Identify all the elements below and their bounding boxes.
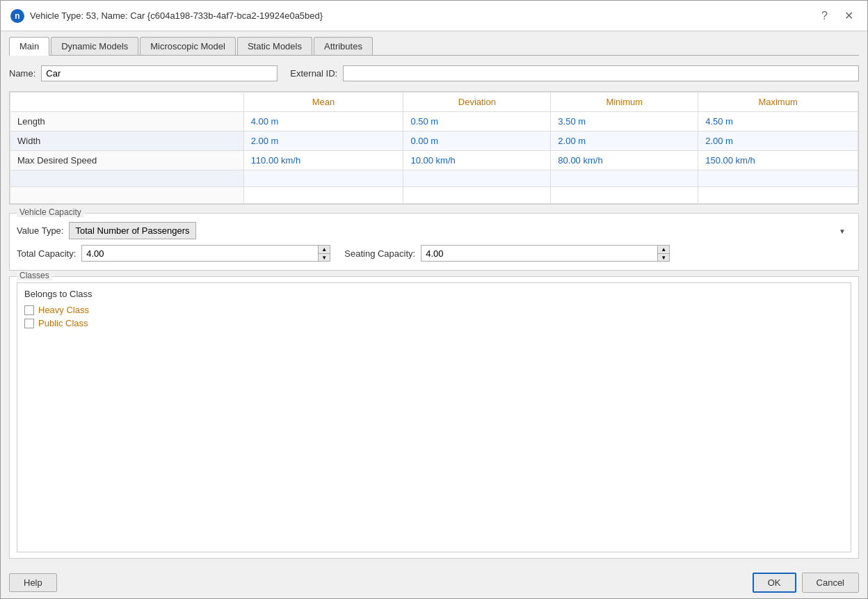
external-id-label: External ID: [290, 68, 337, 79]
table-row: Width 2.00 m 0.00 m 2.00 m 2.00 m [10, 131, 858, 151]
classes-legend: Classes [17, 271, 52, 280]
seating-capacity-down[interactable]: ▼ [658, 253, 669, 261]
total-capacity-stepper: ▲ ▼ [318, 245, 330, 262]
table-row: Length 4.00 m 0.50 m 3.50 m 4.50 m [10, 112, 858, 131]
heavy-class-label[interactable]: Heavy Class [38, 305, 89, 315]
seating-capacity-spinner: ▲ ▼ [421, 245, 670, 262]
app-icon: n [10, 9, 24, 23]
dialog-content: Main Dynamic Models Microscopic Model St… [1, 31, 867, 567]
row-maximum-speed[interactable]: 150.00 km/h [698, 151, 858, 170]
classes-section: Classes Belongs to Class Heavy Class Pub… [9, 276, 859, 559]
capacity-values-row: Total Capacity: ▲ ▼ Seating Capacity: ▲ … [17, 242, 851, 264]
name-input[interactable] [41, 65, 278, 81]
table-row-empty [10, 170, 858, 187]
name-label: Name: [9, 68, 35, 79]
col-header-maximum: Maximum [698, 93, 858, 112]
public-class-label[interactable]: Public Class [38, 318, 88, 328]
title-controls: ? ✕ [817, 8, 858, 24]
col-header-minimum: Minimum [551, 93, 698, 112]
external-id-input[interactable] [343, 65, 859, 81]
class-item-public: Public Class [24, 317, 844, 330]
row-maximum-width[interactable]: 2.00 m [698, 131, 858, 151]
help-icon-button[interactable]: ? [817, 8, 832, 24]
row-minimum-length[interactable]: 3.50 m [551, 112, 698, 131]
dialog: n Vehicle Type: 53, Name: Car {c604a198-… [0, 0, 868, 599]
vehicle-capacity-section: Vehicle Capacity Value Type: Total Numbe… [9, 213, 859, 271]
dialog-title: Vehicle Type: 53, Name: Car {c604a198-73… [30, 10, 323, 21]
seating-capacity-input[interactable] [421, 245, 657, 262]
row-mean-width[interactable]: 2.00 m [243, 131, 403, 151]
tab-dynamic-models[interactable]: Dynamic Models [51, 37, 138, 55]
value-type-label: Value Type: [17, 225, 63, 236]
row-maximum-length[interactable]: 4.50 m [698, 112, 858, 131]
heavy-class-checkbox[interactable] [24, 305, 34, 315]
name-row: Name: External ID: [9, 61, 859, 86]
row-deviation-length[interactable]: 0.50 m [403, 112, 551, 131]
col-header-empty [10, 93, 244, 112]
ok-button[interactable]: OK [753, 573, 796, 593]
properties-table: Mean Deviation Minimum Maximum Length 4.… [10, 92, 858, 204]
seating-capacity-up[interactable]: ▲ [658, 246, 669, 253]
seating-capacity-stepper: ▲ ▼ [657, 245, 670, 262]
row-label-speed: Max Desired Speed [10, 151, 244, 170]
row-minimum-width[interactable]: 2.00 m [551, 131, 698, 151]
total-capacity-label: Total Capacity: [17, 248, 76, 259]
total-capacity-spinner: ▲ ▼ [81, 245, 330, 262]
value-type-row: Value Type: Total Number of Passengers [17, 219, 851, 242]
properties-table-wrapper: Mean Deviation Minimum Maximum Length 4.… [9, 91, 859, 205]
classes-inner: Belongs to Class Heavy Class Public Clas… [17, 282, 851, 552]
row-mean-length[interactable]: 4.00 m [243, 112, 403, 131]
tab-static-models[interactable]: Static Models [237, 37, 312, 55]
row-deviation-speed[interactable]: 10.00 km/h [403, 151, 551, 170]
total-capacity-up[interactable]: ▲ [319, 246, 330, 253]
value-type-select[interactable]: Total Number of Passengers [69, 222, 196, 239]
row-label-width: Width [10, 131, 244, 151]
tab-bar: Main Dynamic Models Microscopic Model St… [9, 37, 859, 56]
help-button[interactable]: Help [9, 573, 57, 592]
title-bar-left: n Vehicle Type: 53, Name: Car {c604a198-… [10, 9, 323, 23]
row-mean-speed[interactable]: 110.00 km/h [243, 151, 403, 170]
col-header-mean: Mean [243, 93, 403, 112]
col-header-deviation: Deviation [403, 93, 551, 112]
cancel-button[interactable]: Cancel [802, 573, 859, 593]
value-type-select-wrapper: Total Number of Passengers [69, 222, 851, 239]
table-row: Max Desired Speed 110.00 km/h 10.00 km/h… [10, 151, 858, 170]
table-row-empty [10, 187, 858, 204]
public-class-checkbox[interactable] [24, 319, 34, 328]
tab-main[interactable]: Main [9, 37, 49, 56]
tab-microscopic-model[interactable]: Microscopic Model [140, 37, 236, 55]
title-bar: n Vehicle Type: 53, Name: Car {c604a198-… [1, 1, 867, 31]
row-deviation-width[interactable]: 0.00 m [403, 131, 551, 151]
row-label-length: Length [10, 112, 244, 131]
seating-capacity-label: Seating Capacity: [344, 248, 415, 259]
row-minimum-speed[interactable]: 80.00 km/h [551, 151, 698, 170]
class-item-heavy: Heavy Class [24, 303, 844, 317]
total-capacity-down[interactable]: ▼ [319, 253, 330, 261]
total-capacity-input[interactable] [81, 245, 318, 262]
belongs-to-class-title: Belongs to Class [24, 289, 844, 299]
close-button[interactable]: ✕ [840, 8, 858, 24]
vehicle-capacity-legend: Vehicle Capacity [17, 207, 84, 217]
tab-attributes[interactable]: Attributes [314, 37, 373, 55]
dialog-footer: Help OK Cancel [1, 567, 867, 598]
footer-right: OK Cancel [753, 573, 859, 593]
